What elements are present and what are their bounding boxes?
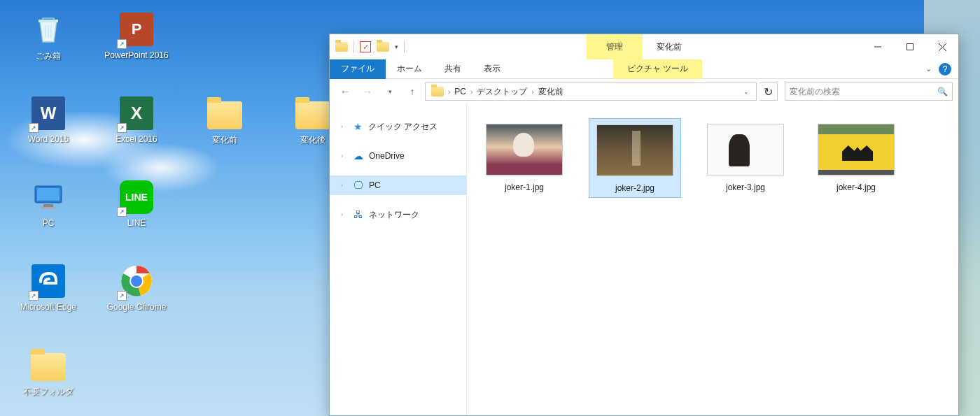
file-label: joker-3.jpg [726, 182, 765, 192]
desktop-icon-grid: ごみ箱 P ↗ PowerPoint 2016 W ↗ Word 2016 X … [4, 7, 357, 416]
desktop-icon-folder-unwanted[interactable]: 不要フォルダ [4, 343, 92, 416]
shortcut-arrow-icon: ↗ [117, 123, 127, 133]
chevron-right-icon[interactable]: › [341, 152, 348, 159]
shortcut-arrow-icon: ↗ [29, 123, 38, 133]
window-title: 変化前 [657, 41, 682, 53]
thumbnail-image [596, 124, 673, 176]
folder-icon[interactable] [335, 42, 348, 52]
forward-button[interactable]: → [358, 82, 377, 101]
file-label: joker-1.jpg [505, 182, 544, 192]
tab-picture-tools[interactable]: ピクチャ ツール [613, 59, 702, 79]
tab-home[interactable]: ホーム [386, 59, 433, 79]
back-button[interactable]: ← [335, 82, 355, 101]
desktop-icon-label: Excel 2016 [115, 134, 157, 144]
folder-icon [295, 95, 331, 131]
chevron-right-icon[interactable]: › [341, 123, 348, 130]
refresh-button[interactable]: ↻ [760, 83, 778, 101]
folder-icon [30, 347, 66, 383]
explorer-window: ✓ ▾ 管理 変化前 ファイル ホーム 共有 表示 ピクチャ ツール ⌄ ? [329, 34, 959, 416]
line-icon: LINE ↗ [118, 179, 155, 215]
recycle-bin-icon [30, 11, 66, 48]
desktop-icon-chrome[interactable]: ↗ Google Chrome [92, 259, 181, 343]
desktop-icon-recycle-bin[interactable]: ごみ箱 [4, 7, 92, 91]
minimize-button[interactable] [862, 34, 894, 59]
search-input[interactable]: 変化前の検索 🔍 [785, 83, 953, 101]
properties-icon[interactable]: ✓ [360, 41, 371, 52]
qat-dropdown-icon[interactable]: ▾ [395, 43, 398, 50]
desktop-icon-pc[interactable]: PC [4, 175, 92, 259]
ribbon-collapse-icon[interactable]: ⌄ [925, 64, 932, 73]
tree-pc[interactable]: › 🖵 PC [330, 175, 466, 195]
desktop-icon-label: ごみ箱 [36, 50, 61, 62]
desktop-icon-word[interactable]: W ↗ Word 2016 [4, 91, 92, 175]
explorer-body: › ★ クイック アクセス › ☁ OneDrive › 🖵 PC [330, 104, 958, 415]
file-item-joker-4[interactable]: joker-4.jpg [810, 118, 902, 196]
address-bar[interactable]: › PC › デスクトップ › 変化前 ⌄ [425, 83, 757, 101]
desktop-icon-label: Microsoft Edge [20, 302, 76, 312]
cloud-icon: ☁ [354, 150, 363, 162]
chevron-right-icon[interactable]: › [448, 88, 450, 96]
desktop-icon-line[interactable]: LINE ↗ LINE [92, 175, 181, 259]
svg-rect-4 [41, 207, 56, 209]
address-dropdown-icon[interactable]: ⌄ [739, 88, 753, 95]
desktop-icon-folder-before[interactable]: 変化前 [181, 91, 269, 175]
tree-network[interactable]: › 🖧 ネットワーク [330, 205, 466, 224]
desktop-icon-powerpoint[interactable]: P ↗ PowerPoint 2016 [92, 7, 181, 91]
chevron-right-icon[interactable]: › [341, 182, 348, 189]
maximize-button[interactable] [894, 34, 926, 59]
tab-view[interactable]: 表示 [472, 59, 512, 79]
tree-quick-access[interactable]: › ★ クイック アクセス [330, 117, 466, 136]
breadcrumb-current[interactable]: 変化前 [536, 86, 566, 98]
desktop-icon-label: 変化前 [212, 134, 237, 146]
tab-file[interactable]: ファイル [330, 59, 386, 79]
breadcrumb-pc[interactable]: PC [451, 87, 469, 96]
chevron-right-icon[interactable]: › [470, 88, 472, 96]
desktop-icon-label: LINE [127, 218, 146, 228]
desktop-icon-label: Google Chrome [107, 302, 167, 312]
file-pane[interactable]: joker-1.jpg joker-2.jpg joker-3.jpg joke… [467, 104, 958, 415]
desktop-icon-excel[interactable]: X ↗ Excel 2016 [92, 91, 181, 175]
tree-item-label: ネットワーク [369, 209, 419, 221]
edge-icon: ↗ [30, 263, 66, 299]
desktop-icon-label: Word 2016 [28, 134, 69, 144]
file-item-joker-3[interactable]: joker-3.jpg [699, 118, 792, 196]
up-button[interactable]: ↑ [402, 82, 422, 101]
shortcut-arrow-icon: ↗ [117, 39, 127, 49]
file-item-joker-1[interactable]: joker-1.jpg [478, 118, 570, 196]
search-placeholder: 変化前の検索 [790, 86, 840, 98]
network-icon: 🖧 [354, 209, 363, 220]
thumbnail-image [486, 124, 563, 175]
shortcut-arrow-icon: ↗ [117, 291, 127, 301]
chevron-right-icon[interactable]: › [341, 211, 348, 218]
breadcrumb-desktop[interactable]: デスクトップ [474, 86, 530, 98]
svg-rect-3 [43, 204, 53, 207]
close-button[interactable] [926, 34, 958, 59]
svg-point-7 [131, 275, 142, 287]
tree-onedrive[interactable]: › ☁ OneDrive [330, 146, 466, 166]
separator [354, 41, 354, 53]
powerpoint-icon: P ↗ [118, 11, 155, 48]
file-item-joker-2[interactable]: joker-2.jpg [589, 118, 681, 198]
quick-access-toolbar: ✓ ▾ [335, 41, 405, 53]
help-icon[interactable]: ? [939, 63, 951, 76]
contextual-tab-header: 管理 [587, 34, 643, 59]
folder-icon[interactable] [377, 42, 389, 52]
desktop-icon-label: PC [43, 218, 55, 228]
desktop-icon-label: 変化後 [300, 134, 326, 146]
tree-item-label: PC [369, 180, 381, 190]
svg-rect-9 [907, 44, 913, 50]
word-icon: W ↗ [30, 95, 66, 131]
file-label: joker-4.jpg [836, 182, 876, 192]
recent-dropdown-icon[interactable]: ▾ [380, 82, 400, 101]
desktop-icon-edge[interactable]: ↗ Microsoft Edge [4, 259, 92, 343]
explorer-titlebar[interactable]: ✓ ▾ 管理 変化前 [330, 34, 958, 59]
chevron-right-icon[interactable]: › [531, 88, 533, 96]
tree-item-label: OneDrive [369, 151, 405, 161]
star-icon: ★ [354, 121, 363, 132]
svg-rect-2 [37, 188, 59, 201]
chrome-icon: ↗ [118, 263, 155, 299]
window-controls [862, 34, 958, 59]
desktop-background[interactable]: ごみ箱 P ↗ PowerPoint 2016 W ↗ Word 2016 X … [0, 0, 980, 416]
tab-share[interactable]: 共有 [433, 59, 472, 79]
folder-icon [431, 87, 444, 96]
